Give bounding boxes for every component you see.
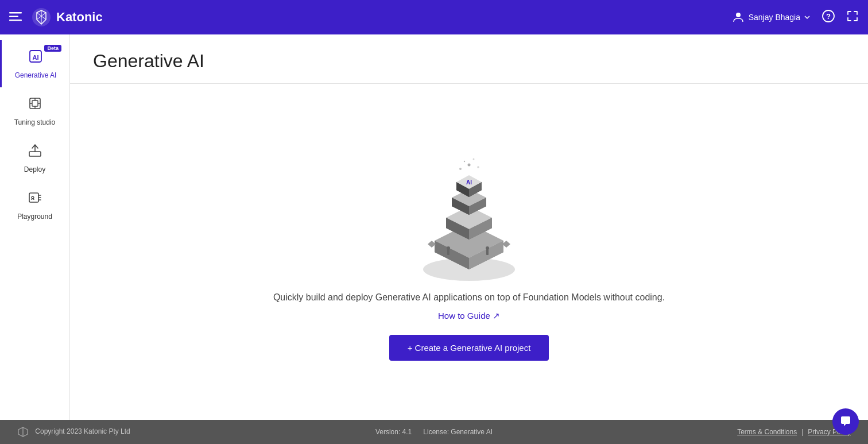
- footer: Copyright 2023 Katonic Pty Ltd Version: …: [0, 420, 868, 444]
- sidebar-item-label-playground: Playground: [17, 213, 52, 221]
- svg-point-38: [447, 246, 450, 250]
- svg-rect-37: [447, 249, 450, 255]
- footer-version: Version: 4.1 License: Generative AI: [295, 428, 573, 436]
- svg-rect-1: [9, 16, 18, 17]
- svg-rect-2: [9, 20, 22, 21]
- sidebar: Beta AI Generative AI Tuning studio: [0, 34, 70, 420]
- footer-copyright: Copyright 2023 Katonic Pty Ltd: [17, 426, 295, 438]
- svg-marker-42: [502, 241, 510, 248]
- sidebar-item-generative-ai[interactable]: Beta AI Generative AI: [0, 40, 69, 87]
- user-name: Sanjay Bhagia: [749, 13, 800, 22]
- illustration: AI: [406, 143, 532, 292]
- footer-separator: |: [801, 428, 803, 436]
- terms-link[interactable]: Terms & Conditions: [737, 428, 797, 436]
- logo: Katonic: [31, 7, 103, 28]
- svg-point-32: [459, 168, 462, 170]
- menu-icon[interactable]: [9, 11, 22, 24]
- svg-point-36: [464, 161, 465, 162]
- footer-logo-icon: [17, 426, 29, 438]
- svg-rect-0: [9, 12, 22, 14]
- generative-ai-icon: AI: [28, 48, 44, 68]
- help-button[interactable]: ?: [822, 10, 835, 25]
- sidebar-item-deploy[interactable]: Deploy: [0, 134, 69, 182]
- expand-button[interactable]: [846, 10, 859, 25]
- svg-point-33: [468, 164, 471, 167]
- page-title: Generative AI: [93, 51, 845, 72]
- svg-point-35: [473, 159, 475, 160]
- svg-text:?: ?: [826, 12, 831, 21]
- svg-marker-41: [428, 241, 436, 248]
- main-description: Quickly build and deploy Generative AI a…: [273, 292, 665, 303]
- svg-text:AI: AI: [33, 54, 39, 61]
- sidebar-item-tuning-studio[interactable]: Tuning studio: [0, 87, 69, 134]
- create-project-button[interactable]: + Create a Generative AI project: [389, 335, 549, 361]
- user-menu-button[interactable]: Sanjay Bhagia: [731, 10, 811, 24]
- beta-badge: Beta: [44, 45, 61, 52]
- svg-point-40: [486, 246, 489, 250]
- sidebar-item-label-deploy: Deploy: [24, 165, 45, 173]
- page-header: Generative AI: [70, 34, 868, 84]
- svg-point-4: [736, 13, 741, 17]
- tuning-studio-icon: [27, 95, 43, 115]
- sidebar-item-label-generative-ai: Generative AI: [15, 71, 57, 79]
- svg-rect-39: [486, 249, 489, 255]
- chevron-down-icon: [804, 14, 811, 21]
- sidebar-item-playground[interactable]: Playground: [0, 182, 69, 229]
- header: Katonic Sanjay Bhagia ?: [0, 0, 868, 34]
- chat-bubble-button[interactable]: [832, 408, 859, 435]
- svg-rect-11: [29, 152, 41, 156]
- svg-text:AI: AI: [466, 179, 472, 186]
- footer-license: License: Generative AI: [423, 428, 493, 436]
- footer-links: Terms & Conditions | Privacy Policy: [573, 428, 851, 436]
- logo-text: Katonic: [56, 10, 103, 25]
- content-area: AI Quickly build and de: [70, 84, 868, 420]
- main-content: Generative AI: [70, 34, 868, 420]
- how-to-guide-link[interactable]: How to Guide ↗: [438, 311, 500, 321]
- svg-rect-10: [32, 101, 38, 106]
- deploy-icon: [27, 142, 43, 162]
- sidebar-item-label-tuning-studio: Tuning studio: [14, 118, 56, 126]
- playground-icon: [27, 190, 43, 209]
- svg-point-34: [477, 166, 479, 168]
